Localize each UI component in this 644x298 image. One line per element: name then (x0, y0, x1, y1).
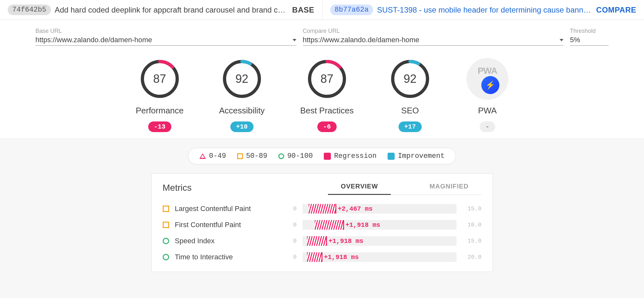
gauge-score: 92 (221, 58, 263, 100)
legend-improvement: Improvement (388, 152, 445, 160)
metric-axis-min: 0 (277, 238, 297, 244)
gauge-accessibility[interactable]: 92Accessibility+10 (219, 58, 265, 132)
regression-swatch (324, 153, 331, 160)
triangle-icon (199, 153, 206, 159)
compare-header: 74f642b5 Add hard coded deeplink for app… (0, 0, 644, 20)
metric-axis-max: 20.0 (462, 254, 482, 260)
base-url-label: Base URL (35, 28, 296, 34)
threshold-value: 5% (570, 36, 580, 44)
gauge-best-practices[interactable]: 87Best Practices-6 (300, 58, 354, 132)
gauge-pwa[interactable]: PWAPWA- (466, 58, 508, 132)
compare-url-field[interactable]: Compare URL https://www.zalando.de/damen… (303, 28, 564, 46)
pwa-badge: PWA (466, 58, 508, 100)
compare-commit-hash[interactable]: 8b77a62a (330, 5, 373, 15)
gauge-delta: -6 (317, 121, 337, 132)
gauge-delta: +10 (230, 121, 254, 132)
legend-regression: Regression (324, 152, 377, 160)
gauge-score: 92 (389, 58, 431, 100)
metric-name: Speed Index (175, 237, 272, 245)
threshold-field[interactable]: Threshold 5% (570, 28, 609, 46)
base-commit-col: 74f642b5 Add hard coded deeplink for app… (0, 0, 322, 20)
metric-bar: +2,467 ms (303, 204, 457, 214)
gauge-score: 87 (139, 58, 181, 100)
gauge-label: Performance (136, 106, 184, 116)
metric-delta: +1,918 ms (329, 237, 363, 245)
base-commit-hash[interactable]: 74f642b5 (8, 5, 51, 15)
gauge-seo[interactable]: 92SEO+17 (389, 58, 431, 132)
base-url-field[interactable]: Base URL https://www.zalando.de/damen-ho… (35, 28, 296, 46)
score-legend: 0-49 50-89 90-100 Regression Improvement (188, 148, 456, 164)
pwa-text: PWA (477, 66, 497, 76)
compare-url-value: https://www.zalando.de/damen-home (303, 36, 419, 44)
base-role-label: BASE (292, 5, 314, 14)
metric-name: First Contentful Paint (175, 221, 272, 229)
gauge-label: Accessibility (219, 106, 265, 116)
legend-low: 0-49 (199, 152, 226, 160)
gauge-score: 87 (306, 58, 348, 100)
gauges-row: 87Performance-1392Accessibility+1087Best… (0, 48, 644, 139)
gauge-performance[interactable]: 87Performance-13 (136, 58, 184, 132)
legend-high: 90-100 (278, 152, 313, 160)
legend-mid: 50-89 (237, 152, 267, 160)
metric-delta: +1,918 ms (324, 254, 359, 261)
metric-axis-min: 0 (277, 222, 297, 228)
gauge-label: PWA (478, 106, 497, 116)
base-commit-desc: Add hard coded deeplink for appcraft bra… (55, 5, 288, 14)
metric-name: Largest Contentful Paint (175, 205, 272, 213)
metric-row[interactable]: Time to Interactive0+1,918 ms20.0 (163, 249, 482, 265)
controls-row: Base URL https://www.zalando.de/damen-ho… (0, 20, 644, 48)
metric-rows: Largest Contentful Paint0+2,467 ms15.0Fi… (163, 201, 482, 265)
gauge-label: Best Practices (300, 106, 354, 116)
chevron-down-icon (293, 39, 296, 41)
metric-axis-min: 0 (277, 254, 297, 260)
gauge-ring: 87 (306, 58, 348, 100)
metric-row[interactable]: Speed Index0+1,918 ms15.0 (163, 233, 482, 249)
metric-bar: +1,918 ms (303, 236, 457, 246)
chevron-down-icon (560, 39, 563, 41)
circle-icon (278, 153, 284, 159)
metric-axis-min: 0 (277, 206, 297, 212)
metric-axis-max: 15.0 (462, 206, 482, 212)
square-icon (237, 153, 243, 159)
compare-url-label: Compare URL (303, 28, 564, 34)
circle-icon (163, 238, 169, 244)
metric-axis-max: 10.0 (462, 222, 482, 228)
tab-overview[interactable]: OVERVIEW (328, 183, 391, 195)
base-url-value: https://www.zalando.de/damen-home (35, 36, 152, 44)
compare-commit-col: 8b77a62a SUST-1398 - use mobile header f… (322, 0, 644, 20)
metric-delta: +1,918 ms (345, 221, 380, 229)
gauge-ring: 92 (389, 58, 431, 100)
metrics-panel: Metrics OVERVIEW MAGNIFIED Largest Conte… (151, 173, 493, 272)
metric-delta: +2,467 ms (338, 205, 372, 213)
metric-axis-max: 15.0 (462, 238, 482, 244)
square-icon (163, 222, 169, 228)
gauge-ring: 87 (139, 58, 181, 100)
metric-row[interactable]: First Contentful Paint0+1,918 ms10.0 (163, 217, 482, 233)
circle-icon (163, 254, 169, 260)
section-divider (0, 139, 644, 139)
metric-bar: +1,918 ms (303, 252, 457, 262)
improvement-swatch (388, 153, 395, 160)
square-icon (163, 206, 169, 212)
gauge-delta: - (480, 121, 495, 132)
gauge-delta: -13 (148, 121, 171, 132)
compare-commit-desc[interactable]: SUST-1398 - use mobile header for determ… (377, 5, 592, 14)
metrics-title: Metrics (163, 183, 192, 193)
metric-name: Time to Interactive (175, 253, 272, 261)
tab-magnified[interactable]: MAGNIFIED (417, 183, 481, 195)
metric-row[interactable]: Largest Contentful Paint0+2,467 ms15.0 (163, 201, 482, 217)
threshold-label: Threshold (570, 28, 609, 34)
gauge-delta: +17 (399, 121, 422, 132)
bolt-icon (481, 76, 499, 94)
metric-bar: +1,918 ms (303, 220, 457, 230)
gauge-ring: 92 (221, 58, 263, 100)
compare-role-label[interactable]: COMPARE (596, 5, 636, 14)
metrics-tabs: OVERVIEW MAGNIFIED (328, 183, 482, 195)
gauge-label: SEO (401, 106, 419, 116)
